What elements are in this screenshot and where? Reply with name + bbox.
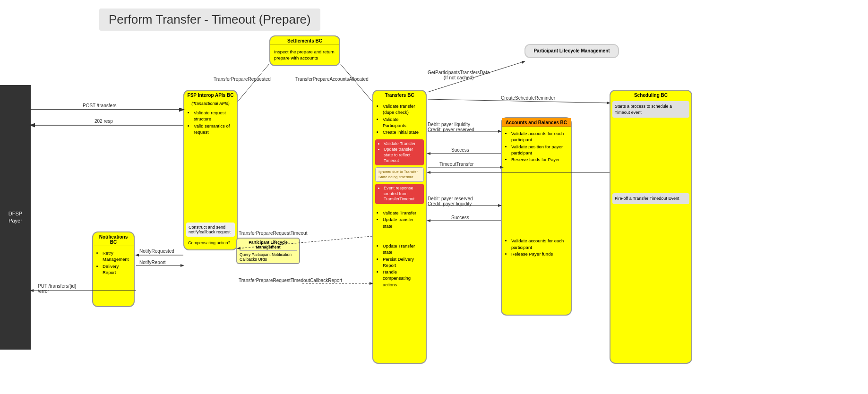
compensating-text: Compensating action? — [184, 239, 237, 247]
transfers-bc-items1: Validate transfer (dupe check) Validate … — [373, 101, 426, 137]
label-timeout-callback: TransferPrepareRequestTimedoutCallbackRe… — [239, 278, 342, 283]
settlements-bc-content: Inspect the prepare and return prepare w… — [270, 47, 339, 63]
label-get-participants: GetParticipantsTransfersData (If not cac… — [428, 70, 490, 80]
label-notify-report: NotifyReport — [139, 260, 166, 265]
label-202-resp: 202 resp — [95, 119, 113, 124]
scheduling-bc-content1: Starts a process to schedule a Timeout e… — [612, 101, 689, 118]
settlements-bc-header: Settlements BC — [270, 36, 339, 45]
settlements-bc-box: Settlements BC Inspect the prepare and r… — [269, 35, 340, 66]
label-success1: Success — [451, 147, 469, 153]
scheduling-bc-header: Scheduling BC — [610, 91, 691, 99]
label-timeout-transfer: TimeoutTransfer — [439, 162, 474, 167]
fsp-interop-box: FSP Interop APIs BC (Transactional APIs)… — [183, 90, 238, 250]
construct-send-box: Construct and send notify/callback reque… — [186, 223, 235, 237]
transfers-event-box: Event response created from TransferTime… — [375, 184, 424, 204]
transfers-bc-header: Transfers BC — [373, 91, 426, 99]
label-debit-payer-liq: Debit: payer liquidity Credit: payer res… — [428, 122, 474, 132]
label-put-transfers: PUT /transfers/{id} /error — [38, 283, 77, 294]
fsp-interop-sub: (Transactional APIs) — [184, 101, 237, 108]
label-transfer-prepare-accounts: TransferPrepareAccountsAllocated — [295, 77, 369, 82]
label-transfer-prepare-timeout: TransferPrepareRequestTimeout — [239, 231, 307, 236]
label-debit-payer-res: Debit: payer reserved Credit: payer liqu… — [428, 196, 473, 206]
sidebar-label: DFSPPayer — [9, 210, 22, 225]
fsp-interop-header: FSP Interop APIs BC — [184, 91, 237, 99]
scheduling-bc-content2: Fire-off a Transfer Timedout Event — [612, 193, 689, 204]
scheduling-bc-box: Scheduling BC Starts a process to schedu… — [610, 90, 692, 364]
participant-lifecycle-box-top: Participant Lifecycle Management — [524, 44, 619, 58]
label-create-schedule: CreateScheduleReminder — [501, 95, 555, 101]
fsp-item-1: Validate request structure — [194, 110, 233, 122]
transfers-ignored-box: Ignored due to Transfer State being time… — [375, 167, 424, 182]
accounts-items1: Validate accounts for each participant V… — [502, 128, 571, 165]
accounts-balances-header: Accounts and Balances BC — [502, 118, 571, 127]
notifications-bc-content: Retry Management Delivery Report — [93, 248, 134, 278]
fsp-item-2: Valid semantics of request — [194, 123, 233, 136]
page-title: Perform Transfer - Timeout (Prepare) — [99, 9, 320, 31]
label-transfer-prepare-requested: TransferPrepareRequested — [214, 77, 271, 82]
notifications-bc-header: Notifications BC — [93, 232, 134, 246]
accounts-items2: Validate accounts for each participant R… — [502, 236, 571, 259]
fsp-interop-content: Validate request structure Valid semanti… — [184, 108, 237, 137]
label-notify-requested: NotifyRequested — [139, 248, 174, 254]
accounts-balances-box: Accounts and Balances BC Validate accoun… — [501, 117, 572, 316]
plm-inner-box: Participant Lifecycle Management Query P… — [236, 238, 300, 264]
label-success2: Success — [451, 215, 469, 220]
transfers-bc-items3: Update Transfer state Persist Delivery R… — [373, 241, 426, 290]
dfsp-payer-sidebar: DFSPPayer — [0, 85, 31, 350]
transfers-bc-box: Transfers BC Validate transfer (dupe che… — [372, 90, 427, 364]
transfers-red-box: Validate Transfer Update transfer state … — [375, 139, 424, 165]
label-post-transfers: POST /transfers — [83, 103, 117, 108]
transfers-bc-items2: Validate Transfer Update transfer state — [373, 208, 426, 231]
participant-lifecycle-label: Participant Lifecycle Management — [525, 45, 618, 57]
plm-inner-header: Participant Lifecycle Management — [240, 240, 297, 251]
plm-inner-content: Query Participant Notification Callbacks… — [240, 252, 297, 262]
svg-line-2 — [238, 64, 269, 102]
notifications-bc-box: Notifications BC Retry Management Delive… — [92, 231, 135, 307]
svg-line-3 — [340, 64, 372, 102]
